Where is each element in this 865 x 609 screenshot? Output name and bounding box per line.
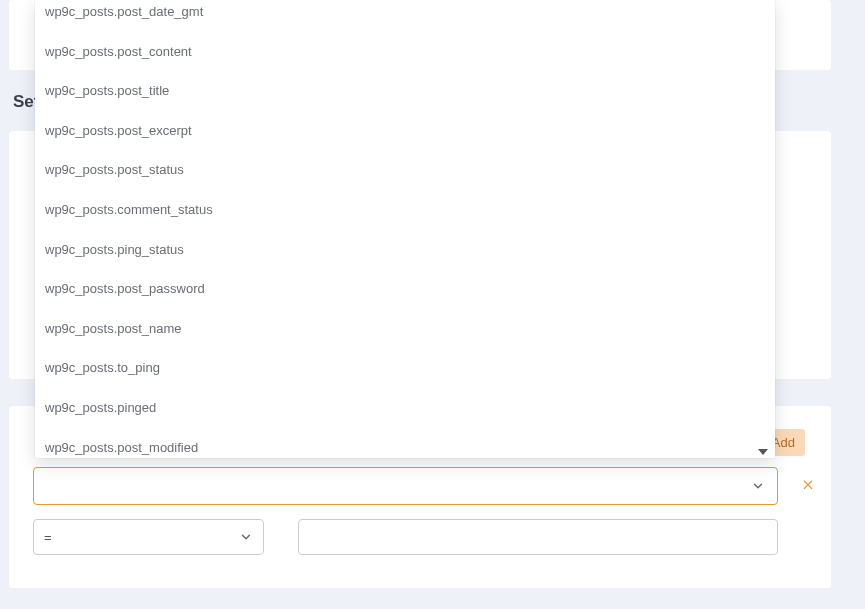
operator-select[interactable]: = [33,519,264,555]
operator-value: = [44,530,52,545]
chevron-down-icon [751,479,765,493]
dropdown-option[interactable]: wp9c_posts.post_date_gmt [35,0,770,32]
dropdown-option[interactable]: wp9c_posts.pinged [35,388,770,428]
dropdown-option[interactable]: wp9c_posts.post_title [35,71,770,111]
dropdown-option[interactable]: wp9c_posts.ping_status [35,230,770,270]
column-dropdown-list: wp9c_posts.post_date_gmt wp9c_posts.post… [35,0,775,458]
remove-row-button[interactable] [801,477,815,494]
dropdown-triangle-icon [758,449,768,455]
value-input[interactable] [298,519,778,555]
dropdown-option[interactable]: wp9c_posts.comment_status [35,190,770,230]
dropdown-option[interactable]: wp9c_posts.post_content [35,32,770,72]
dropdown-option[interactable]: wp9c_posts.post_excerpt [35,111,770,151]
dropdown-option[interactable]: wp9c_posts.post_name [35,309,770,349]
column-combobox[interactable] [33,467,778,505]
chevron-down-icon [239,530,253,544]
dropdown-option[interactable]: wp9c_posts.to_ping [35,348,770,388]
dropdown-option[interactable]: wp9c_posts.post_password [35,269,770,309]
dropdown-option[interactable]: wp9c_posts.post_modified [35,428,770,458]
dropdown-option[interactable]: wp9c_posts.post_status [35,150,770,190]
dropdown-scroll[interactable]: wp9c_posts.post_date_gmt wp9c_posts.post… [35,0,770,458]
